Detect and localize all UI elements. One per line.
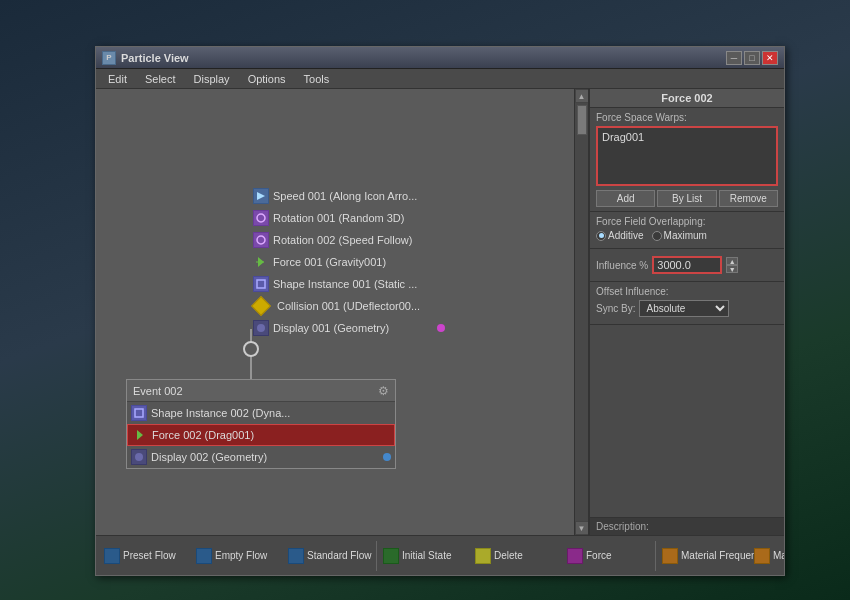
empty-flow-label: Empty Flow: [215, 550, 267, 561]
collision-icon: [251, 296, 271, 316]
force-icon: [567, 548, 583, 564]
radio-maximum-circle: [652, 231, 662, 241]
svg-rect-8: [257, 280, 265, 288]
display2-svg: [133, 451, 145, 463]
rotation2-svg: [255, 234, 267, 246]
display2-text: Display 002 (Geometry): [151, 451, 267, 463]
standard-flow-icon: [288, 548, 304, 564]
event-002-gear-icon: ⚙: [378, 384, 389, 398]
bottom-item-delete[interactable]: Delete: [471, 546, 561, 566]
event-002-title: Event 002: [133, 385, 183, 397]
empty-flow-icon: [196, 548, 212, 564]
force-space-warps-section: Force Space Warps: Drag001 Add By List R…: [590, 108, 784, 212]
force-label: Force: [586, 550, 612, 561]
svg-point-9: [257, 324, 265, 332]
minimize-button[interactable]: ─: [726, 51, 742, 65]
collision-text: Collision 001 (UDeflector00...: [277, 300, 420, 312]
event-item-speed[interactable]: Speed 001 (Along Icon Arro...: [249, 185, 449, 207]
sync-select[interactable]: Absolute Particle Age Event Duration: [639, 300, 729, 317]
preset-flow-icon: [104, 548, 120, 564]
bottom-item-preset-flow[interactable]: Preset Flow: [100, 546, 190, 566]
maximize-button[interactable]: □: [744, 51, 760, 65]
event-item-rotation1[interactable]: Rotation 001 (Random 3D): [249, 207, 449, 229]
event-item-rotation2[interactable]: Rotation 002 (Speed Follow): [249, 229, 449, 251]
event-002-box: Event 002 ⚙ Shape Instance 002 (Dyna...: [126, 379, 396, 469]
initial-state-icon: [383, 548, 399, 564]
add-button[interactable]: Add: [596, 190, 655, 207]
svg-point-5: [257, 236, 265, 244]
rotation1-svg: [255, 212, 267, 224]
material-static-label: Material Static: [773, 550, 784, 561]
force2-text: Force 002 (Drag001): [152, 429, 254, 441]
bottom-item-material-freq[interactable]: Material Frequency: [658, 546, 748, 566]
divider1: [376, 541, 377, 571]
rotation2-icon: [253, 232, 269, 248]
shape2-svg: [133, 407, 145, 419]
force2-svg: [133, 428, 147, 442]
radio-maximum[interactable]: Maximum: [652, 230, 707, 241]
influence-section: Influence % ▲ ▼: [590, 249, 784, 282]
vertical-scrollbar[interactable]: ▲ ▼: [574, 89, 588, 535]
bottom-item-initial-state[interactable]: Initial State: [379, 546, 469, 566]
svg-point-2: [244, 342, 258, 356]
window-title: Particle View: [121, 52, 726, 64]
svg-point-12: [135, 453, 143, 461]
event-item-force1[interactable]: Force 001 (Gravity001): [249, 251, 449, 273]
shape1-svg: [255, 278, 267, 290]
event-item-shape2[interactable]: Shape Instance 002 (Dyna...: [127, 402, 395, 424]
title-bar-buttons: ─ □ ✕: [726, 51, 778, 65]
scroll-up-arrow[interactable]: ▲: [575, 89, 589, 103]
scroll-down-arrow[interactable]: ▼: [575, 521, 589, 535]
menu-select[interactable]: Select: [137, 72, 184, 86]
radio-maximum-label: Maximum: [664, 230, 707, 241]
menu-options[interactable]: Options: [240, 72, 294, 86]
force-field-label: Force Field Overlapping:: [596, 216, 778, 227]
speed-svg: [255, 190, 267, 202]
offset-label: Offset Influence:: [596, 286, 778, 297]
shape2-icon: [131, 405, 147, 421]
radio-group: Additive Maximum: [596, 230, 778, 241]
close-button[interactable]: ✕: [762, 51, 778, 65]
spin-down[interactable]: ▼: [726, 265, 738, 273]
remove-button[interactable]: Remove: [719, 190, 778, 207]
force-space-warps-label: Force Space Warps:: [596, 112, 778, 123]
force-list-box[interactable]: Drag001: [596, 126, 778, 186]
event-item-display2[interactable]: Display 002 (Geometry): [127, 446, 395, 468]
svg-marker-11: [137, 430, 143, 440]
title-bar: P Particle View ─ □ ✕: [96, 47, 784, 69]
bottom-item-material-static[interactable]: Material Static: [750, 546, 784, 566]
event-item-display1[interactable]: Display 001 (Geometry): [249, 317, 449, 339]
event-item-force2[interactable]: Force 002 (Drag001): [127, 424, 395, 446]
standard-flow-label: Standard Flow: [307, 550, 371, 561]
bottom-item-force[interactable]: Force: [563, 546, 653, 566]
influence-input[interactable]: [652, 256, 722, 274]
force-list-item[interactable]: Drag001: [602, 130, 772, 144]
by-list-button[interactable]: By List: [657, 190, 716, 207]
spin-up[interactable]: ▲: [726, 257, 738, 265]
bottom-item-empty-flow[interactable]: Empty Flow: [192, 546, 282, 566]
description-label: Description:: [596, 521, 649, 532]
display2-dot: [383, 453, 391, 461]
collision-icon-wrapper: [253, 298, 269, 314]
sync-label: Sync By:: [596, 303, 635, 314]
menu-display[interactable]: Display: [186, 72, 238, 86]
spin-arrows: ▲ ▼: [726, 257, 738, 273]
force-buttons: Add By List Remove: [596, 190, 778, 207]
menu-edit[interactable]: Edit: [100, 72, 135, 86]
rotation1-icon: [253, 210, 269, 226]
bottom-item-standard-flow[interactable]: Standard Flow: [284, 546, 374, 566]
display1-svg: [255, 322, 267, 334]
event-002-header[interactable]: Event 002 ⚙: [127, 380, 395, 402]
preset-flow-label: Preset Flow: [123, 550, 176, 561]
event1-items: Speed 001 (Along Icon Arro... Rotation 0…: [249, 185, 449, 339]
event-item-shape1[interactable]: Shape Instance 001 (Static ...: [249, 273, 449, 295]
shape1-text: Shape Instance 001 (Static ...: [273, 278, 417, 290]
svg-point-4: [257, 214, 265, 222]
radio-additive[interactable]: Additive: [596, 230, 644, 241]
rotation2-text: Rotation 002 (Speed Follow): [273, 234, 412, 246]
scroll-thumb[interactable]: [577, 105, 587, 135]
menu-tools[interactable]: Tools: [296, 72, 338, 86]
right-panel-title: Force 002: [590, 89, 784, 108]
event-item-collision[interactable]: Collision 001 (UDeflector00...: [249, 295, 449, 317]
right-panel: Force 002 Force Space Warps: Drag001 Add…: [589, 89, 784, 535]
